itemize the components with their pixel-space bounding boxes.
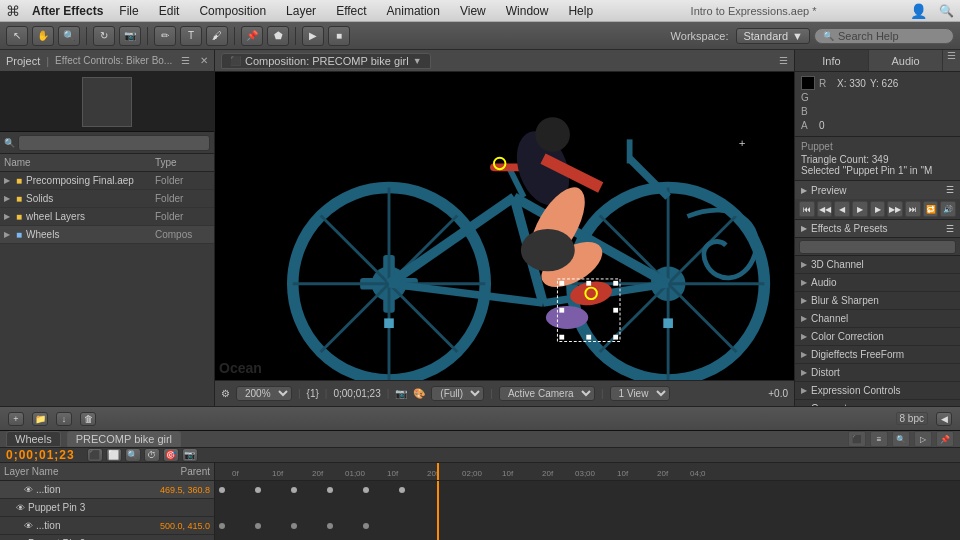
- keyframe-dot[interactable]: [399, 487, 405, 493]
- tl-tool-4[interactable]: ⏱: [144, 448, 160, 462]
- toolbar-btn-cam[interactable]: 📷: [119, 26, 141, 46]
- list-item[interactable]: ▶ ■ Wheels Compos: [0, 226, 214, 244]
- preview-prev-btn[interactable]: ◀◀: [817, 201, 833, 217]
- trash-btn[interactable]: 🗑: [80, 412, 96, 426]
- keyframe-dot[interactable]: [219, 523, 225, 529]
- tab-audio[interactable]: Audio: [869, 50, 943, 71]
- effects-options-icon[interactable]: ☰: [946, 224, 954, 234]
- effect-category-digi[interactable]: ▶ Digieffects FreeForm: [795, 346, 960, 364]
- toolbar-btn-hand[interactable]: ✋: [32, 26, 54, 46]
- keyframe-dot[interactable]: [219, 487, 225, 493]
- toolbar-btn-text[interactable]: T: [180, 26, 202, 46]
- eye-icon[interactable]: 👁: [24, 485, 36, 495]
- apple-icon[interactable]: ⌘: [6, 3, 20, 19]
- toolbar-btn-select[interactable]: ↖: [6, 26, 28, 46]
- view-dropdown[interactable]: Active Camera: [499, 386, 595, 401]
- preview-play-btn[interactable]: ▶: [852, 201, 868, 217]
- tl-tool-3[interactable]: 🔍: [125, 448, 141, 462]
- panel-menu-icon[interactable]: ☰: [181, 55, 190, 66]
- toolbar-btn-stop[interactable]: ■: [328, 26, 350, 46]
- toolbar-btn-play[interactable]: ▶: [302, 26, 324, 46]
- toolbar-btn-zoom[interactable]: 🔍: [58, 26, 80, 46]
- effect-category-color[interactable]: ▶ Color Correction: [795, 328, 960, 346]
- effect-category-generate[interactable]: ▶ Generate: [795, 400, 960, 406]
- project-search-input[interactable]: [18, 135, 210, 151]
- comp-menu-icon[interactable]: ☰: [779, 55, 788, 66]
- layer-row[interactable]: 👁 Puppet Pin 2: [0, 535, 214, 540]
- panel-close-icon[interactable]: ✕: [200, 55, 208, 66]
- preview-first-btn[interactable]: ⏮: [799, 201, 815, 217]
- tl-tool-2[interactable]: ⬜: [106, 448, 122, 462]
- effect-category-distort[interactable]: ▶ Distort: [795, 364, 960, 382]
- effect-category-channel[interactable]: ▶ Channel: [795, 310, 960, 328]
- toolbar-btn-pen[interactable]: ✏: [154, 26, 176, 46]
- keyframe-dot[interactable]: [255, 487, 261, 493]
- toolbar-btn-puppet[interactable]: 📌: [241, 26, 263, 46]
- menu-edit[interactable]: Edit: [155, 3, 184, 19]
- workspace-dropdown[interactable]: Standard ▼: [736, 28, 810, 44]
- timeline-btn-5[interactable]: 📌: [936, 431, 954, 447]
- keyframe-dot[interactable]: [363, 487, 369, 493]
- menu-help[interactable]: Help: [564, 3, 597, 19]
- preview-audio-btn[interactable]: 🔊: [940, 201, 956, 217]
- preview-step-back-btn[interactable]: ◀: [834, 201, 850, 217]
- timeline-btn-2[interactable]: ≡: [870, 431, 888, 447]
- preview-next-btn[interactable]: ▶▶: [887, 201, 903, 217]
- list-item[interactable]: ▶ ■ Precomposing Final.aep Folder: [0, 172, 214, 190]
- timeline-btn-3[interactable]: 🔍: [892, 431, 910, 447]
- list-item[interactable]: ▶ ■ Solids Folder: [0, 190, 214, 208]
- tl-tool-6[interactable]: 📷: [182, 448, 198, 462]
- search-box-container[interactable]: 🔍 Search Help: [814, 28, 954, 44]
- eye-icon[interactable]: 👁: [16, 503, 28, 513]
- keyframe-dot[interactable]: [291, 487, 297, 493]
- preview-options-icon[interactable]: ☰: [946, 185, 954, 195]
- effect-category-3dchannel[interactable]: ▶ 3D Channel: [795, 256, 960, 274]
- snapshot-btn[interactable]: 📷: [395, 388, 407, 399]
- panel-options-icon[interactable]: ☰: [943, 50, 960, 71]
- color-mgmt-btn[interactable]: 🎨: [413, 388, 425, 399]
- keyframe-dot[interactable]: [327, 523, 333, 529]
- zoom-dropdown[interactable]: 200%: [236, 386, 292, 401]
- preview-last-btn[interactable]: ⏭: [905, 201, 921, 217]
- menu-view[interactable]: View: [456, 3, 490, 19]
- tab-precomp[interactable]: PRECOMP bike girl: [67, 431, 181, 447]
- keyframe-dot[interactable]: [327, 487, 333, 493]
- preview-loop-btn[interactable]: 🔁: [923, 201, 939, 217]
- menu-file[interactable]: File: [115, 3, 142, 19]
- bpc-display[interactable]: 8 bpc: [896, 412, 928, 425]
- keyframe-dot[interactable]: [363, 523, 369, 529]
- menu-animation[interactable]: Animation: [383, 3, 444, 19]
- comp-settings-icon[interactable]: ⚙: [221, 388, 230, 399]
- timeline-btn-1[interactable]: ⬛: [848, 431, 866, 447]
- tab-wheels[interactable]: Wheels: [6, 431, 61, 447]
- effect-controls-tab[interactable]: Effect Controls: Biker Bo...: [55, 55, 175, 66]
- toolbar-btn-brush[interactable]: 🖌: [206, 26, 228, 46]
- import-btn[interactable]: ↓: [56, 412, 72, 426]
- effects-search-input[interactable]: [799, 240, 956, 254]
- timeline-btn-4[interactable]: ▷: [914, 431, 932, 447]
- layer-row[interactable]: 👁 ...tion 500.0, 415.0: [0, 517, 214, 535]
- tl-tool-5[interactable]: 🎯: [163, 448, 179, 462]
- layer-row[interactable]: 👁 ...tion 469.5, 360.8: [0, 481, 214, 499]
- effect-category-blur[interactable]: ▶ Blur & Sharpen: [795, 292, 960, 310]
- timecode-display[interactable]: 0;00;01;23: [6, 448, 75, 462]
- toolbar-btn-rotate[interactable]: ↻: [93, 26, 115, 46]
- resolution-dropdown[interactable]: (Full): [431, 386, 484, 401]
- nav-back-btn[interactable]: ◀: [936, 412, 952, 426]
- menu-effect[interactable]: Effect: [332, 3, 370, 19]
- menu-window[interactable]: Window: [502, 3, 553, 19]
- eye-icon[interactable]: 👁: [24, 521, 36, 531]
- new-comp-btn[interactable]: +: [8, 412, 24, 426]
- menu-layer[interactable]: Layer: [282, 3, 320, 19]
- list-item[interactable]: ▶ ■ wheel Layers Folder: [0, 208, 214, 226]
- preview-step-fwd-btn[interactable]: ▶: [870, 201, 886, 217]
- preview-header[interactable]: ▶ Preview ☰: [795, 181, 960, 199]
- tl-tool-1[interactable]: ⬛: [87, 448, 103, 462]
- comp-tab[interactable]: ⬛ Composition: PRECOMP bike girl ▼: [221, 53, 431, 69]
- keyframe-dot[interactable]: [291, 523, 297, 529]
- menu-composition[interactable]: Composition: [195, 3, 270, 19]
- keyframe-dot[interactable]: [255, 523, 261, 529]
- toolbar-btn-shape[interactable]: ⬟: [267, 26, 289, 46]
- effect-category-expr[interactable]: ▶ Expression Controls: [795, 382, 960, 400]
- effect-category-audio[interactable]: ▶ Audio: [795, 274, 960, 292]
